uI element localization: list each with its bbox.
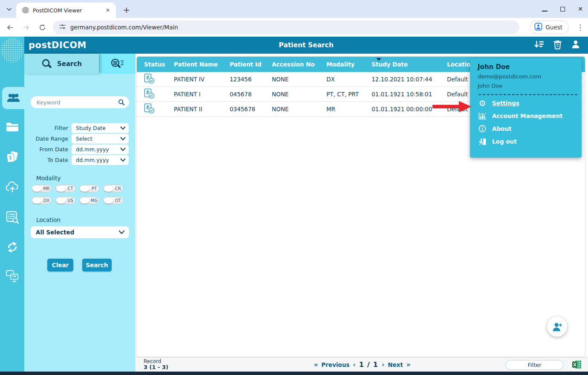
previous-page-icon[interactable]: ‹ <box>353 361 355 369</box>
guest-avatar-icon <box>534 23 542 32</box>
modality-toggle-mg[interactable]: MG <box>79 197 99 204</box>
next-page-icon[interactable]: › <box>382 361 384 369</box>
excel-export-icon[interactable] <box>572 360 582 371</box>
window-maximize-button[interactable] <box>560 5 565 13</box>
sort-indicator-icon <box>376 58 381 61</box>
last-page-icon[interactable]: » <box>406 361 411 369</box>
sidebar-item-images[interactable] <box>0 147 24 170</box>
page-indicator: 1 / 1 <box>359 361 378 369</box>
chevron-down-icon <box>120 146 126 153</box>
filter-select[interactable]: Study Date <box>72 123 129 133</box>
back-icon[interactable] <box>4 21 16 33</box>
user-menu-email: demo@postdicom.com <box>478 73 582 80</box>
date-range-select[interactable]: Select <box>72 134 129 144</box>
first-page-icon[interactable]: « <box>314 361 318 369</box>
cell-patient-name: PATIENT I <box>174 91 230 98</box>
filter-button[interactable]: Filter <box>505 360 564 370</box>
modality-toggle-us[interactable]: US <box>55 197 75 204</box>
user-profile-icon[interactable] <box>571 40 580 51</box>
to-date-select[interactable]: dd.mm.yyyy <box>72 155 129 165</box>
postdicom-logo-mark <box>1 38 23 63</box>
sidebar-item-folders[interactable] <box>0 117 24 139</box>
sidebar-item-sync[interactable] <box>0 237 24 259</box>
app-header: postDICOM Patient Search <box>24 37 588 54</box>
menu-item-about[interactable]: About <box>478 122 582 135</box>
cell-study-date: 12.10.2021 10:07:44 <box>372 76 447 83</box>
cell-patient-id: 045678 <box>230 91 272 98</box>
patients-people-icon <box>6 92 20 104</box>
sidebar-item-upload[interactable] <box>0 176 24 199</box>
cell-accession-no: NONE <box>272 91 326 98</box>
modality-toggle-mr[interactable]: MR <box>32 185 52 192</box>
modality-toggle-pt[interactable]: PT <box>79 185 99 192</box>
tab-advanced-search[interactable] <box>99 54 135 74</box>
window-close-button[interactable]: ✕ <box>578 6 583 12</box>
cloud-upload-icon <box>5 181 20 194</box>
col-patient-id[interactable]: Patient Id <box>230 61 272 68</box>
cell-modality: DX <box>326 76 372 83</box>
from-date-select[interactable]: dd.mm.yyyy <box>72 144 129 154</box>
modality-toggle-ct[interactable]: CT <box>55 185 75 192</box>
new-tab-button[interactable]: + <box>121 4 132 15</box>
add-patient-button[interactable] <box>547 317 567 337</box>
browser-toolbar: germany.postdicom.com/Viewer/Main Guest … <box>0 18 588 37</box>
cell-patient-name: PATIENT II <box>174 106 230 112</box>
cell-study-date: 01.01.1921 10:58:01 <box>372 91 447 98</box>
browser-menu-icon[interactable]: ⋮ <box>576 23 584 32</box>
sidebar-item-patients[interactable] <box>2 87 24 109</box>
keyword-search-icon[interactable] <box>118 99 125 107</box>
search-tab-label: Search <box>57 60 82 68</box>
tab-close-icon[interactable]: ✕ <box>104 6 112 14</box>
clear-button[interactable]: Clear <box>47 259 73 271</box>
date-range-label: Date Range <box>24 136 68 142</box>
sidebar-item-devices[interactable] <box>0 266 24 288</box>
sort-list-icon[interactable] <box>534 40 544 51</box>
logout-icon <box>478 138 487 146</box>
cell-modality: PT, CT, PRT <box>326 91 372 98</box>
study-status-icon <box>144 103 155 114</box>
keyword-input[interactable] <box>31 96 129 108</box>
browser-tab[interactable]: PostDICOM Viewer ✕ <box>16 3 116 18</box>
chevron-down-icon <box>120 157 126 163</box>
cell-patient-name: PATIENT IV <box>174 76 230 83</box>
next-button[interactable]: Next <box>388 361 403 368</box>
col-modality[interactable]: Modality <box>326 61 372 68</box>
image-films-icon <box>6 151 19 166</box>
menu-item-settings[interactable]: ⚙ Settings <box>478 97 582 110</box>
browser-tab-strip: PostDICOM Viewer ✕ + ✕ <box>0 0 588 18</box>
menu-divider <box>478 94 577 95</box>
location-select[interactable]: All Selected <box>31 226 129 238</box>
address-bar[interactable]: germany.postdicom.com/Viewer/Main <box>53 20 520 34</box>
col-status[interactable]: Status <box>137 61 174 68</box>
modality-toggle-dx[interactable]: DX <box>32 197 52 204</box>
cell-patient-id: 123456 <box>230 76 272 83</box>
previous-button[interactable]: Previous <box>321 361 349 368</box>
url-text: germany.postdicom.com/Viewer/Main <box>70 24 178 31</box>
window-minimize-button[interactable] <box>542 5 548 13</box>
search-button[interactable]: Search <box>82 259 112 271</box>
advanced-search-icon <box>110 58 124 70</box>
tab-basic-search[interactable]: Search <box>24 54 99 74</box>
forward-icon[interactable] <box>20 21 32 33</box>
sync-transfer-icon <box>6 241 19 255</box>
study-status-icon <box>144 73 155 84</box>
modality-toggle-ot[interactable]: OT <box>103 197 123 204</box>
tab-title: PostDICOM Viewer <box>33 7 100 14</box>
sidebar-item-worklist[interactable] <box>0 207 24 229</box>
tab-list-chevron-icon[interactable] <box>3 3 14 14</box>
menu-item-account-management[interactable]: Account Management <box>478 110 582 122</box>
site-settings-icon[interactable] <box>59 23 66 32</box>
gear-icon: ⚙ <box>478 99 487 107</box>
recycle-bin-icon[interactable] <box>553 40 562 51</box>
col-patient-name[interactable]: Patient Name <box>174 61 230 68</box>
bottom-strip <box>0 372 588 375</box>
chevron-down-icon <box>118 229 125 236</box>
guest-label: Guest <box>545 24 562 31</box>
order-list-search-icon <box>6 211 19 225</box>
modality-toggle-cr[interactable]: CR <box>103 185 123 192</box>
profile-chip[interactable]: Guest <box>530 20 569 34</box>
reload-icon[interactable] <box>37 21 49 33</box>
menu-item-logout[interactable]: Log out <box>478 135 582 148</box>
col-study-date[interactable]: Study Date <box>372 61 447 68</box>
col-accession-no[interactable]: Accession No <box>272 61 326 68</box>
